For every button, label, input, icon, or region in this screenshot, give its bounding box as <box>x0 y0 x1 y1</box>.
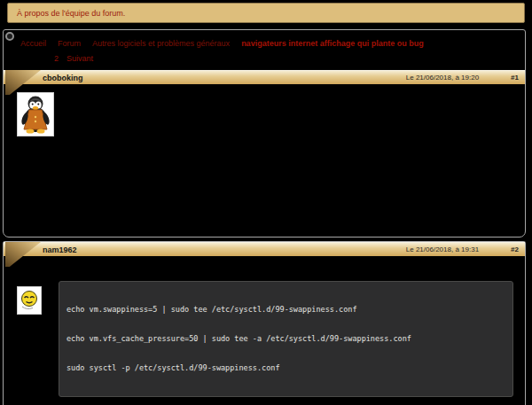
code-line: sudo sysctl -p /etc/sysctl.d/99-swappine… <box>66 363 505 373</box>
pagination-page-2-link[interactable]: 2 <box>54 54 59 63</box>
breadcrumb-link-accueil[interactable]: Accueil <box>20 39 46 48</box>
post-1: cboboking Le 21/06/2018, à 19:20 #1 <box>4 70 525 237</box>
post-2-date: Le 21/06/2018, à 19:31 <box>406 245 479 253</box>
breadcrumb: Accueil Forum Autres logiciels et problè… <box>4 30 525 48</box>
topic-feed-icon[interactable] <box>5 32 14 41</box>
post-2-author: nam1962 <box>43 245 77 254</box>
post-1-body <box>4 84 525 237</box>
post-1-header: cboboking Le 21/06/2018, à 19:20 #1 <box>4 70 525 84</box>
post-2: nam1962 Le 21/06/2018, à 19:31 #2 echo v… <box>3 241 526 405</box>
tux-penguin-avatar <box>17 92 54 136</box>
post-1-number-link[interactable]: #1 <box>511 74 519 82</box>
smiley-icon <box>20 289 39 312</box>
announcement-link[interactable]: À propos de l'équipe du forum. <box>17 9 125 18</box>
post-1-date: Le 21/06/2018, à 19:20 <box>406 74 479 82</box>
post-2-body: echo vm.swappiness=5 | sudo tee /etc/sys… <box>4 281 525 405</box>
breadcrumb-current-topic: navigateurs internet affichage qui plant… <box>241 39 424 48</box>
cool-smiley-avatar <box>17 286 42 315</box>
breadcrumb-link-forum[interactable]: Forum <box>58 39 81 48</box>
code-block: echo vm.swappiness=5 | sudo tee /etc/sys… <box>59 281 513 397</box>
topic-container: Accueil Forum Autres logiciels et problè… <box>3 29 526 238</box>
breadcrumb-link-category[interactable]: Autres logiciels et problèmes généraux <box>92 39 230 48</box>
tux-penguin-icon <box>20 95 51 134</box>
pagination: 2 Suivant <box>54 54 525 63</box>
post-2-header: nam1962 Le 21/06/2018, à 19:31 #2 <box>4 242 525 256</box>
post-1-author: cboboking <box>43 74 83 82</box>
post-2-number-link[interactable]: #2 <box>511 245 519 253</box>
announcement-banner: À propos de l'équipe du forum. <box>7 3 525 23</box>
folded-corner-icon <box>5 242 41 267</box>
code-line: echo vm.swappiness=5 | sudo tee /etc/sys… <box>66 305 505 315</box>
pagination-next-link[interactable]: Suivant <box>66 54 93 63</box>
code-line: echo vm.vfs_cache_pressure=50 | sudo tee… <box>66 334 505 344</box>
